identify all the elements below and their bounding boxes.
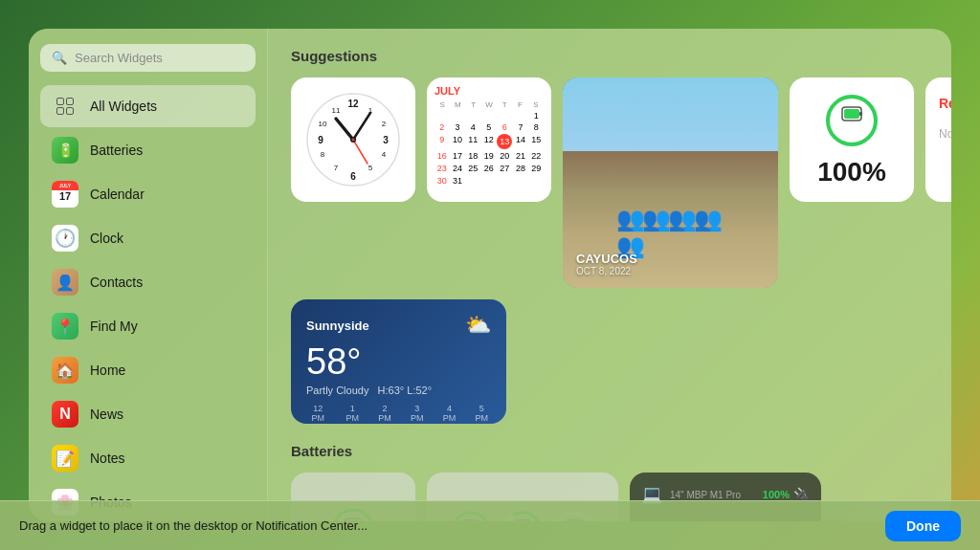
photo-widget[interactable]: 👥👥👥👥👥 CAYUCOS OCT 8, 2022 — [563, 77, 778, 288]
svg-text:2: 2 — [382, 120, 387, 128]
search-icon: 🔍 — [52, 51, 67, 65]
calendar-days: 1 2345678 9101112131415 16171819202122 2… — [434, 111, 544, 187]
sidebar-item-home-label: Home — [90, 363, 125, 378]
calendar-month: JULY — [434, 85, 460, 97]
svg-text:4: 4 — [382, 150, 387, 159]
sidebar-item-find-my[interactable]: 📍 Find My — [40, 305, 256, 347]
svg-rect-22 — [844, 109, 859, 119]
calendar-days-header: SMTWTFS — [434, 100, 544, 109]
sidebar-item-all-widgets-label: All Widgets — [90, 99, 157, 114]
sidebar-item-home[interactable]: 🏠 Home — [40, 349, 256, 391]
sidebar-item-contacts-label: Contacts — [90, 275, 143, 290]
search-input[interactable] — [75, 51, 244, 65]
svg-text:7: 7 — [334, 164, 339, 172]
sidebar-item-calendar[interactable]: JULY 17 Calendar — [40, 173, 256, 215]
sidebar-item-news[interactable]: N News — [40, 393, 256, 435]
weather-hour-3: 3 PM 🌤 62° — [408, 404, 427, 424]
weather-hour-2: 2 PM 🌤 62° — [375, 404, 394, 424]
suggestions-grid: 12 3 6 9 1 2 4 5 7 8 10 11 — [291, 77, 928, 288]
svg-text:11: 11 — [332, 106, 341, 115]
widget-picker-container: 🔍 All Widgets 🔋 Batteries — [29, 29, 951, 521]
findmy-icon: 📍 — [52, 313, 78, 340]
calendar-widget[interactable]: JULY SMTWTFS 1 2345678 9101112131415 161… — [427, 77, 551, 202]
weather-widget[interactable]: Sunnyside ⛅ 58° Partly Cloudy H:63° L:52… — [291, 299, 506, 424]
sidebar-item-news-label: News — [90, 407, 123, 422]
contacts-icon: 👤 — [52, 269, 78, 296]
done-button[interactable]: Done — [885, 511, 961, 541]
sidebar-item-calendar-label: Calendar — [90, 187, 145, 202]
batteries-icon: 🔋 — [52, 137, 78, 164]
clock-icon: 🕐 — [52, 225, 78, 252]
sidebar-item-clock[interactable]: 🕐 Clock — [40, 217, 256, 259]
svg-text:6: 6 — [350, 171, 356, 182]
sidebar-item-batteries-label: Batteries — [90, 143, 143, 158]
notes-icon: 📝 — [52, 445, 78, 472]
home-icon: 🏠 — [52, 357, 78, 384]
main-content: Suggestions 12 3 6 9 1 2 4 5 7 8 10 — [268, 29, 951, 521]
news-icon: N — [52, 401, 78, 428]
svg-text:9: 9 — [318, 135, 323, 145]
weather-row: Sunnyside ⛅ 58° Partly Cloudy H:63° L:52… — [291, 299, 928, 424]
sidebar-item-all-widgets[interactable]: All Widgets — [40, 85, 256, 127]
weather-hour-5: 5 PM ☀️ 62° — [472, 404, 491, 424]
weather-hour-0: 12 PM 🌤 60° — [306, 404, 329, 424]
battery-detail-percent: 100% — [763, 489, 790, 500]
weather-hour-1: 1 PM 🌤 61° — [343, 404, 362, 424]
calendar-icon: JULY 17 — [52, 181, 78, 208]
search-bar[interactable]: 🔍 — [40, 44, 256, 72]
reminders-title: Reminders — [939, 96, 951, 111]
svg-text:10: 10 — [319, 120, 327, 128]
batteries-section-title: Batteries — [291, 443, 928, 459]
weather-hour-4: 4 PM ☀️ 62° — [440, 404, 459, 424]
bottom-hint-text: Drag a widget to place it on the desktop… — [19, 518, 368, 533]
suggestions-title: Suggestions — [291, 48, 928, 64]
reminders-widget[interactable]: Reminders 0 No Reminders — [925, 77, 951, 202]
sidebar-item-findmy-label: Find My — [90, 319, 138, 334]
weather-location-row: Sunnyside ⛅ — [306, 313, 491, 338]
battery-widget[interactable]: 100% — [790, 77, 914, 202]
reminders-header: Reminders 0 — [939, 91, 951, 116]
sidebar-item-batteries[interactable]: 🔋 Batteries — [40, 129, 256, 171]
battery-circle-chart — [823, 92, 880, 149]
battery-percent: 100% — [817, 157, 886, 187]
svg-text:8: 8 — [321, 150, 325, 159]
sidebar-item-clock-label: Clock — [90, 231, 123, 246]
weather-hourly: 12 PM 🌤 60° 1 PM 🌤 61° 2 PM 🌤 62° — [306, 404, 491, 424]
reminders-empty: No Reminders — [939, 127, 951, 141]
svg-text:5: 5 — [368, 164, 373, 172]
weather-temp: 58° — [306, 341, 491, 383]
svg-text:3: 3 — [383, 135, 389, 145]
sidebar-item-notes-label: Notes — [90, 451, 125, 466]
battery-device-name: 14" MBP M1 Pro — [670, 490, 741, 500]
weather-condition-icon: ⛅ — [465, 313, 491, 338]
sidebar-item-notes[interactable]: 📝 Notes — [40, 437, 256, 479]
bottom-bar: Drag a widget to place it on the desktop… — [0, 500, 980, 550]
photo-caption: CAYUCOS OCT 8, 2022 — [576, 252, 637, 276]
svg-text:12: 12 — [347, 99, 359, 109]
sidebar-item-contacts[interactable]: 👤 Contacts — [40, 261, 256, 303]
svg-rect-21 — [859, 112, 862, 116]
weather-condition: Partly Cloudy H:63° L:52° — [306, 385, 491, 396]
sidebar: 🔍 All Widgets 🔋 Batteries — [29, 29, 268, 521]
svg-point-17 — [352, 139, 355, 142]
weather-location: Sunnyside — [306, 319, 369, 333]
all-widgets-icon — [52, 93, 78, 120]
clock-face-svg: 12 3 6 9 1 2 4 5 7 8 10 11 — [305, 92, 401, 187]
clock-widget[interactable]: 12 3 6 9 1 2 4 5 7 8 10 11 — [291, 77, 415, 202]
